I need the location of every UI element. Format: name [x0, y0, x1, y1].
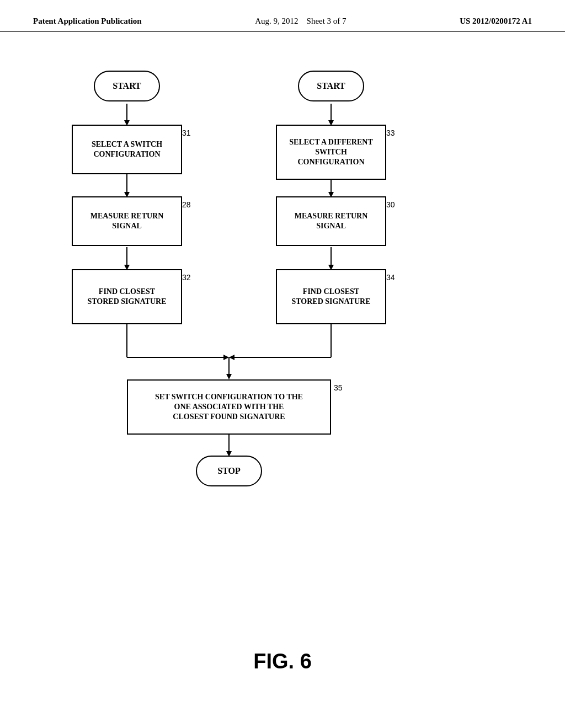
box-33-label3: CONFIGURATION [289, 157, 372, 167]
box-30: MEASURE RETURN SIGNAL [276, 196, 386, 246]
right-start-label: START [317, 81, 345, 91]
svg-marker-19 [226, 374, 232, 379]
label-35: 35 [334, 383, 343, 392]
box-31-label: SELECT A SWITCH [92, 140, 162, 149]
publication-title: Patent Application Publication [33, 17, 142, 26]
diagram-area: START SELECT A SWITCH CONFIGURATION 31 M… [0, 32, 565, 639]
box-31: SELECT A SWITCH CONFIGURATION [72, 125, 182, 174]
box-32-label2: STORED SIGNATURE [87, 297, 166, 307]
label-32: 32 [182, 273, 191, 282]
page-header: Patent Application Publication Aug. 9, 2… [0, 0, 565, 32]
box-33-label: SELECT A DIFFERENT [289, 137, 372, 147]
box-34: FIND CLOSEST STORED SIGNATURE [276, 269, 386, 324]
box-35-label1: SET SWITCH CONFIGURATION TO THE [155, 392, 303, 402]
box-31-label2: CONFIGURATION [92, 149, 162, 159]
box-28: MEASURE RETURN SIGNAL [72, 196, 182, 246]
publication-date: Aug. 9, 2012 [255, 17, 298, 25]
right-start-node: START [298, 71, 364, 101]
left-start-label: START [113, 81, 141, 91]
stop-label: STOP [217, 466, 241, 476]
box-32: FIND CLOSEST STORED SIGNATURE [72, 269, 182, 324]
box-35-label3: CLOSEST FOUND SIGNATURE [155, 412, 303, 422]
box-28-label2: SIGNAL [90, 221, 164, 231]
label-33: 33 [386, 129, 395, 137]
box-30-label: MEASURE RETURN [295, 211, 368, 221]
svg-marker-17 [229, 355, 234, 360]
box-28-label: MEASURE RETURN [90, 211, 164, 221]
box-34-label: FIND CLOSEST [291, 287, 370, 297]
box-33: SELECT A DIFFERENT SWITCH CONFIGURATION [276, 125, 386, 180]
box-33-label2: SWITCH [289, 147, 372, 157]
box-30-label2: SIGNAL [295, 221, 368, 231]
box-35: SET SWITCH CONFIGURATION TO THE ONE ASSO… [127, 379, 331, 435]
header-center: Aug. 9, 2012 Sheet 3 of 7 [255, 17, 346, 26]
label-30: 30 [386, 200, 395, 209]
svg-marker-14 [223, 355, 229, 360]
box-34-label2: STORED SIGNATURE [291, 297, 370, 307]
figure-label: FIG. 6 [0, 639, 565, 690]
label-28: 28 [182, 200, 191, 209]
stop-node: STOP [196, 456, 262, 486]
box-35-label2: ONE ASSOCIATED WITH THE [155, 402, 303, 412]
left-start-node: START [94, 71, 160, 101]
patent-number: US 2012/0200172 A1 [460, 17, 532, 26]
label-31: 31 [182, 129, 191, 137]
sheet-info: Sheet 3 of 7 [307, 17, 347, 25]
arrows-svg [0, 32, 565, 639]
box-32-label: FIND CLOSEST [87, 287, 166, 297]
label-34: 34 [386, 273, 395, 282]
